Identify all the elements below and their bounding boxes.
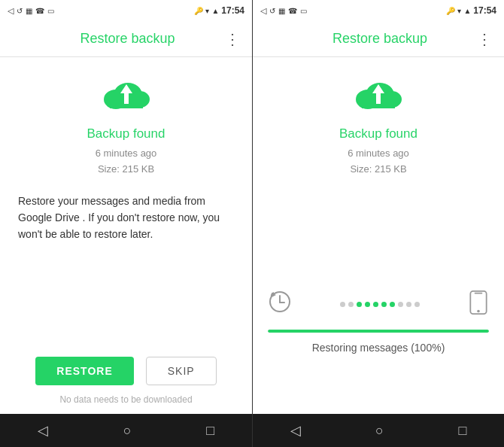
left-backup-found: Backup found [87,126,165,141]
left-backup-age: 6 minutes ago [96,147,157,159]
left-button-row: RESTORE SKIP [35,357,216,385]
dot-gray-5 [414,302,420,307]
right-progress-animation [268,290,489,319]
right-status-wifi-icon: ▾ [457,7,461,15]
left-status-signal-icon: ▲ [211,7,219,15]
right-restoring-text: Restoring messages (100%) [312,342,445,354]
dot-gray-1 [340,302,345,307]
right-backup-age: 6 minutes ago [348,147,409,159]
dot-green-2 [365,302,370,307]
dot-green-1 [357,302,362,307]
left-backup-size: Size: 215 KB [98,163,154,175]
left-app-bar: Restore backup ⋮ [0,21,252,57]
right-dots [298,302,462,307]
right-progress-bar-container [268,330,489,333]
left-status-icon-battery-small: ▭ [47,7,54,15]
dot-gray-4 [406,302,411,307]
left-status-icon-wifi2: ▦ [26,7,32,15]
left-status-right: 🔑 ▾ ▲ 17:54 [194,5,244,16]
right-nav-recent[interactable]: □ [458,423,466,439]
right-menu-icon[interactable]: ⋮ [477,30,492,48]
left-status-icon-phone: ☎ [35,7,44,15]
right-content: Backup found 6 minutes ago Size: 215 KB [253,57,504,414]
left-content: Backup found 6 minutes ago Size: 215 KB … [0,57,252,414]
left-app-title: Restore backup [30,31,225,47]
dot-green-4 [381,302,387,307]
right-status-icons: ◁ ↺ ▦ ☎ ▭ [260,6,307,16]
right-status-key-icon: 🔑 [446,7,455,15]
right-status-icon-back: ◁ [260,6,266,16]
right-status-time: 17:54 [473,5,496,16]
right-status-icon-wifi2: ▦ [278,7,285,15]
left-status-bar: ◁ ↺ ▦ ☎ ▭ 🔑 ▾ ▲ 17:54 [0,0,252,21]
dot-gray-3 [398,302,403,307]
right-app-bar: Restore backup ⋮ [253,21,504,57]
left-status-wifi-icon: ▾ [205,7,209,15]
left-panel: ◁ ↺ ▦ ☎ ▭ 🔑 ▾ ▲ 17:54 Restore backup ⋮ [0,0,252,447]
left-status-time: 17:54 [221,5,244,16]
right-progress-bar-fill [268,330,489,333]
right-phone-device-icon [468,290,489,319]
right-progress-section: Restoring messages (100%) [253,290,504,354]
right-cloud-icon [351,75,405,117]
right-status-right: 🔑 ▾ ▲ 17:54 [446,5,496,16]
right-nav-home[interactable]: ○ [375,423,384,439]
dot-green-5 [390,302,395,307]
right-status-icon-rotate: ↺ [269,7,275,15]
left-nav-bar: ◁ ○ □ [0,414,252,447]
left-status-key-icon: 🔑 [194,7,203,15]
right-backup-found: Backup found [339,126,417,141]
right-status-icon-phone: ☎ [288,7,297,15]
left-nav-recent[interactable]: □ [206,423,214,439]
left-status-icons: ◁ ↺ ▦ ☎ ▭ [8,6,54,16]
right-nav-bar: ◁ ○ □ [253,414,504,447]
left-nav-home[interactable]: ○ [123,423,132,439]
left-status-icon-rotate: ↺ [17,7,23,15]
right-backup-size: Size: 215 KB [350,163,406,175]
left-backup-meta: 6 minutes ago Size: 215 KB [96,146,157,178]
restore-button[interactable]: RESTORE [35,357,133,385]
left-menu-icon[interactable]: ⋮ [225,30,240,48]
right-nav-back[interactable]: ◁ [290,422,301,439]
left-restore-description: Restore your messages and media from Goo… [15,193,237,243]
right-app-title: Restore backup [283,31,477,47]
dot-green-3 [373,302,378,307]
left-bottom-section: RESTORE SKIP No data needs to be downloa… [0,345,252,414]
right-status-bar: ◁ ↺ ▦ ☎ ▭ 🔑 ▾ ▲ 17:54 [253,0,504,21]
right-backup-meta: 6 minutes ago Size: 215 KB [348,146,409,178]
dot-gray-2 [348,302,354,307]
svg-rect-16 [475,292,483,293]
left-cloud-icon [99,75,153,117]
left-no-download: No data needs to be downloaded [59,394,192,405]
skip-button[interactable]: SKIP [146,357,217,385]
right-status-icon-battery-small: ▭ [300,7,307,15]
svg-point-15 [477,309,480,312]
left-nav-back[interactable]: ◁ [38,422,48,439]
right-status-signal-icon: ▲ [463,7,471,15]
right-panel: ◁ ↺ ▦ ☎ ▭ 🔑 ▾ ▲ 17:54 Restore backup ⋮ [252,0,504,447]
left-status-icon-back: ◁ [8,6,14,16]
right-history-icon [268,290,292,319]
